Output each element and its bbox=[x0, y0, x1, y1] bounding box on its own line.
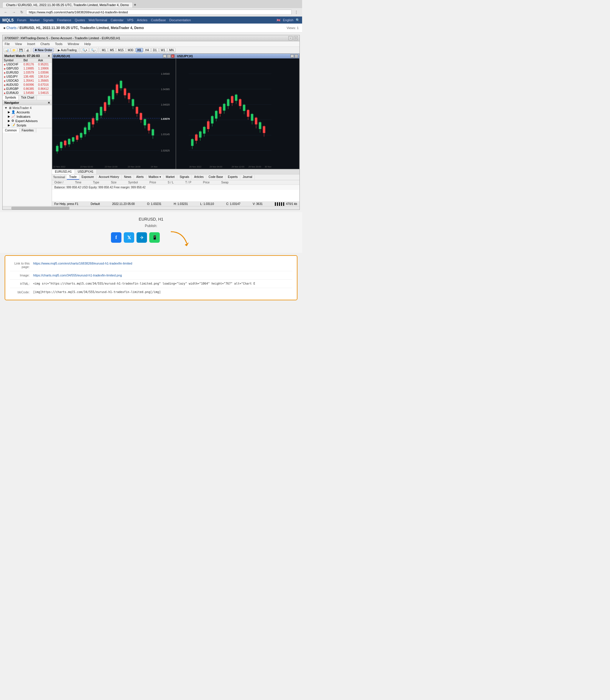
terminal-tab-market[interactable]: Market bbox=[163, 175, 177, 180]
search-icon[interactable]: 🔍 bbox=[296, 18, 300, 22]
terminal-tab-journal[interactable]: Journal bbox=[240, 175, 255, 180]
svg-text:1.03145: 1.03145 bbox=[161, 133, 170, 136]
menu-insert[interactable]: Insert bbox=[26, 42, 36, 46]
nav-tab-favorites[interactable]: Favorites bbox=[19, 128, 36, 133]
terminal-tab-trade[interactable]: Trade bbox=[67, 175, 79, 180]
forward-btn[interactable]: → bbox=[11, 9, 17, 15]
sym-dot: ◆ bbox=[4, 88, 5, 90]
menu-view[interactable]: View bbox=[14, 42, 23, 46]
nav-documentation[interactable]: Documentation bbox=[169, 18, 191, 22]
terminal-tab-mailbox[interactable]: Mailbox ▾ bbox=[146, 175, 163, 180]
tf-w1[interactable]: W1 bbox=[159, 48, 167, 52]
nav-item-indicators[interactable]: ▶ 📈 Indicators bbox=[4, 114, 50, 119]
terminal-tab-codebase[interactable]: Code Base bbox=[206, 175, 225, 180]
nav-codebase[interactable]: CodeBase bbox=[151, 18, 165, 22]
html-value[interactable]: <img src="https://charts.mql5.com/34/555… bbox=[33, 282, 292, 285]
browser-tab[interactable]: Charts / EURUSD, H1, 2022.11.30 05:25 UT… bbox=[2, 2, 133, 7]
nav-webterminal[interactable]: WebTerminal bbox=[89, 18, 107, 22]
autotrading-btn[interactable]: ▶ AutoTrading bbox=[57, 48, 78, 52]
nav-freelance[interactable]: Freelance bbox=[57, 18, 71, 22]
nav-vps[interactable]: VPS bbox=[127, 18, 133, 22]
scroll-thumb[interactable] bbox=[11, 207, 69, 209]
whatsapp-share-btn[interactable]: 📱 bbox=[149, 232, 160, 243]
link-value[interactable]: https://www.mql5.com/en/charts/16838268/… bbox=[33, 262, 292, 265]
terminal-tab-news[interactable]: News bbox=[122, 175, 134, 180]
terminal-tab-experts[interactable]: Experts bbox=[225, 175, 240, 180]
chart-zoom-out-btn[interactable]: 🔍− bbox=[90, 48, 98, 52]
nav-root-expand[interactable]: ▼ bbox=[4, 106, 7, 110]
tf-h4[interactable]: H4 bbox=[144, 48, 151, 52]
tb-save-btn[interactable]: 💾 bbox=[18, 48, 24, 52]
nav-forum[interactable]: Forum bbox=[17, 18, 27, 22]
settings-btn[interactable]: ⋮ bbox=[293, 9, 300, 15]
svg-rect-11 bbox=[64, 141, 66, 145]
navigator-close[interactable]: ✕ bbox=[48, 101, 50, 104]
tf-h1[interactable]: H1 bbox=[136, 48, 143, 52]
twitter-share-btn[interactable]: 𝕏 bbox=[124, 232, 134, 243]
tf-m30[interactable]: M30 bbox=[126, 48, 135, 52]
menu-window[interactable]: Window bbox=[67, 42, 80, 46]
svg-rect-39 bbox=[120, 81, 122, 88]
terminal-tab-exposure[interactable]: Exposure bbox=[79, 175, 96, 180]
eurusd-close-btn[interactable]: ✕ bbox=[171, 55, 175, 58]
tf-d1[interactable]: D1 bbox=[151, 48, 159, 52]
table-row[interactable]: ◆ GBPUSD 1.19885 1.19906 bbox=[3, 66, 52, 71]
table-row[interactable]: ◆ USDCAD 1.35641 1.35665 bbox=[3, 79, 52, 83]
nav-item-expert-advisors[interactable]: ▶ ⚙ Expert Advisors bbox=[4, 119, 50, 123]
address-bar[interactable] bbox=[26, 10, 292, 15]
table-row[interactable]: ◆ USDCHF 0.95176 0.95201 bbox=[3, 62, 52, 66]
telegram-share-btn[interactable]: ✈ bbox=[137, 232, 147, 243]
terminal-tab-alerts[interactable]: Alerts bbox=[134, 175, 146, 180]
back-btn[interactable]: ← bbox=[2, 9, 9, 15]
tb-print-btn[interactable]: 🖨 bbox=[25, 48, 31, 52]
menu-help[interactable]: Help bbox=[83, 42, 92, 46]
nav-tab-common[interactable]: Common bbox=[3, 128, 19, 133]
nav-articles[interactable]: Articles bbox=[137, 18, 147, 22]
tf-m5[interactable]: M5 bbox=[108, 48, 116, 52]
terminal-tab-signals[interactable]: Signals bbox=[177, 175, 192, 180]
usdjpy-minimize-btn[interactable]: _ bbox=[290, 55, 294, 58]
terminal-tab-articles[interactable]: Articles bbox=[192, 175, 206, 180]
new-tab-btn[interactable]: + bbox=[134, 2, 136, 7]
chart-tab-eurusd[interactable]: EURUSD,H1 bbox=[52, 170, 75, 174]
table-row[interactable]: ◆ EURAUD 1.54580 1.54615 bbox=[3, 91, 52, 95]
tb-new-chart-btn[interactable]: 📊 bbox=[4, 48, 10, 52]
menu-charts[interactable]: Charts bbox=[39, 42, 50, 46]
refresh-btn[interactable]: ↻ bbox=[19, 9, 25, 15]
mt4-maximize-btn[interactable]: □ bbox=[294, 36, 298, 40]
nav-quotes[interactable]: Quotes bbox=[75, 18, 85, 22]
image-value[interactable]: https://charts.mql5.com/34/555/eurusd-h1… bbox=[33, 274, 292, 277]
bottom-scrollbar[interactable] bbox=[3, 206, 300, 209]
tb-open-btn[interactable]: 📁 bbox=[11, 48, 17, 52]
menu-tools[interactable]: Tools bbox=[54, 42, 63, 46]
tf-m1[interactable]: M1 bbox=[100, 48, 108, 52]
mw-tab-tick[interactable]: Tick Chart bbox=[19, 95, 37, 100]
nav-item-scripts[interactable]: ▶ 📝 Scripts bbox=[4, 123, 50, 127]
table-row[interactable]: ◆ EURGBP 0.86385 0.86412 bbox=[3, 87, 52, 91]
chart-tab-usdjpy[interactable]: USDJPY,H1 bbox=[75, 170, 97, 174]
menu-file[interactable]: File bbox=[4, 42, 11, 46]
tf-m15[interactable]: M15 bbox=[116, 48, 125, 52]
scripts-icon: 📝 bbox=[11, 123, 15, 127]
svg-rect-79 bbox=[199, 131, 201, 138]
eurusd-minimize-btn[interactable]: _ bbox=[163, 55, 166, 58]
breadcrumb-charts-link[interactable]: Charts bbox=[6, 26, 17, 30]
mt4-minimize-btn[interactable]: − bbox=[288, 36, 292, 40]
new-order-btn[interactable]: ✚ New Order bbox=[33, 48, 54, 52]
tf-mn[interactable]: MN bbox=[167, 48, 176, 52]
table-row[interactable]: ◆ USDJPY 138.495 138.514 bbox=[3, 75, 52, 79]
bbcode-value[interactable]: [img]https://charts.mql5.com/34/555/euru… bbox=[33, 291, 292, 294]
terminal-tab-account-history[interactable]: Account History bbox=[96, 175, 122, 180]
chart-zoom-in-btn[interactable]: 🔍+ bbox=[81, 48, 89, 52]
mw-tab-symbols[interactable]: Symbols bbox=[3, 95, 19, 100]
table-row[interactable]: ◆ AUDUSD 0.66996 0.67016 bbox=[3, 83, 52, 87]
facebook-share-btn[interactable]: f bbox=[111, 232, 122, 243]
table-row[interactable]: ◆ EURUSD 1.03579 1.03596 bbox=[3, 71, 52, 75]
market-watch-close[interactable]: ✕ bbox=[48, 55, 50, 58]
nav-calendar[interactable]: Calendar bbox=[111, 18, 124, 22]
nav-signals[interactable]: Signals bbox=[43, 18, 53, 22]
nav-market[interactable]: Market bbox=[30, 18, 40, 22]
eurusd-maximize-btn[interactable]: □ bbox=[167, 55, 171, 58]
nav-item-accounts[interactable]: ▶ 👤 Accounts bbox=[4, 110, 50, 114]
usdjpy-maximize-btn[interactable]: □ bbox=[294, 55, 298, 58]
